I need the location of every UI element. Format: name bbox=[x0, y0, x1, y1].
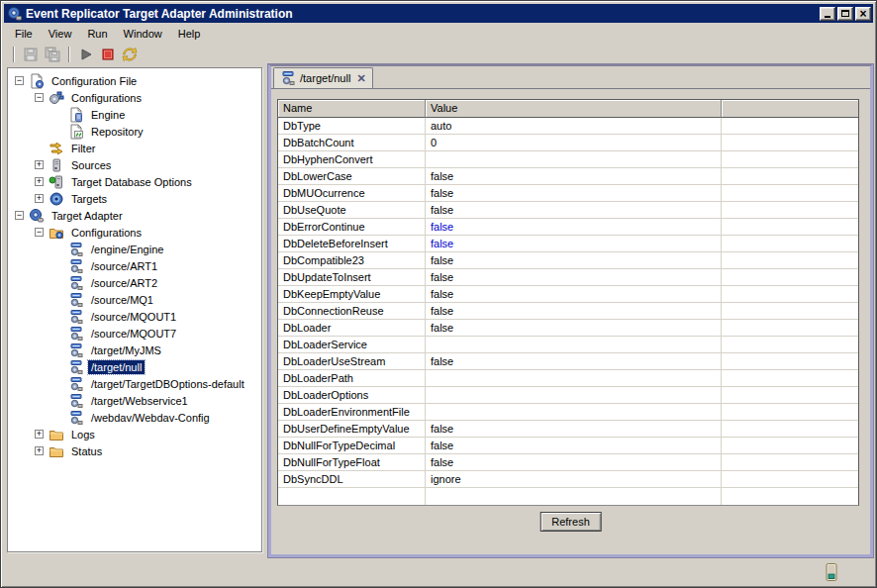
property-row-dblowercase[interactable]: DbLowerCasefalse bbox=[278, 168, 858, 185]
property-extra bbox=[722, 219, 858, 235]
property-value[interactable]: false bbox=[426, 269, 722, 285]
property-row-dbupdatetoinsert[interactable]: DbUpdateToInsertfalse bbox=[278, 269, 858, 286]
property-row-dbloaderpath[interactable]: DbLoaderPath bbox=[278, 370, 858, 387]
navigation-tree: −Configuration File−ConfigurationsEngine… bbox=[7, 67, 262, 552]
expand-icon[interactable]: + bbox=[35, 430, 44, 439]
property-row-dbloaderenvironmentfile[interactable]: DbLoaderEnvironmentFile bbox=[278, 404, 858, 421]
property-row-dberrorcontinue[interactable]: DbErrorContinuefalse bbox=[278, 219, 858, 236]
expand-icon[interactable]: + bbox=[35, 177, 44, 186]
expand-icon[interactable]: + bbox=[35, 194, 44, 203]
property-value[interactable]: false bbox=[426, 202, 722, 218]
tree-item-logs[interactable]: +Logs bbox=[8, 426, 261, 442]
tree-item-target-null[interactable]: /target/null bbox=[8, 358, 261, 375]
maximize-button[interactable] bbox=[837, 7, 853, 21]
menu-window[interactable]: Window bbox=[116, 26, 170, 42]
tree-item-filter[interactable]: Filter bbox=[8, 140, 261, 156]
property-row-dbusequote[interactable]: DbUseQuotefalse bbox=[278, 202, 858, 219]
tree-item-target-adapter[interactable]: −Target Adapter bbox=[8, 207, 261, 224]
property-value[interactable]: false bbox=[426, 286, 722, 302]
tree-item-status[interactable]: +Status bbox=[8, 442, 261, 459]
heap-status-icon[interactable] bbox=[826, 563, 837, 581]
property-row-dbloader[interactable]: DbLoaderfalse bbox=[278, 320, 858, 337]
tree-item-target-webservice1[interactable]: /target/Webservice1 bbox=[8, 392, 261, 409]
property-value[interactable]: false bbox=[426, 454, 722, 470]
property-row-dbloaderusestream[interactable]: DbLoaderUseStreamfalse bbox=[278, 353, 858, 370]
property-value[interactable]: false bbox=[426, 353, 722, 369]
property-value[interactable]: ignore bbox=[426, 471, 722, 487]
tree-item-sources[interactable]: +Sources bbox=[8, 156, 261, 173]
property-row-dbnullfortypedecimal[interactable]: DbNullForTypeDecimalfalse bbox=[278, 438, 858, 454]
property-value[interactable]: false bbox=[426, 185, 722, 201]
menu-run[interactable]: Run bbox=[79, 26, 115, 42]
property-row-dbcompatible23[interactable]: DbCompatible23false bbox=[278, 252, 858, 269]
property-value[interactable]: false bbox=[426, 252, 722, 268]
expand-icon[interactable]: + bbox=[35, 446, 44, 455]
tab-close-icon[interactable] bbox=[356, 72, 365, 85]
property-row-dbsyncddl[interactable]: DbSyncDDLignore bbox=[278, 471, 858, 488]
tree-item-targets[interactable]: +Targets bbox=[8, 190, 261, 207]
tree-item-repository[interactable]: Repository bbox=[8, 123, 261, 140]
tree-item-webdav-webdav-config[interactable]: /webdav/Webdav-Config bbox=[8, 409, 261, 426]
tab-target-null[interactable]: /target/null bbox=[273, 67, 373, 88]
property-value[interactable] bbox=[426, 387, 722, 403]
run-button[interactable] bbox=[75, 45, 97, 64]
tree-item-configuration-file[interactable]: −Configuration File bbox=[8, 72, 261, 89]
tree-item-configurations[interactable]: −Configurations bbox=[8, 224, 261, 241]
tree-item-source-mq1[interactable]: /source/MQ1 bbox=[8, 291, 261, 308]
close-button[interactable] bbox=[855, 7, 871, 21]
tree-item-source-mqout1[interactable]: /source/MQOUT1 bbox=[8, 308, 261, 325]
collapse-icon[interactable]: − bbox=[15, 211, 24, 220]
stop-button[interactable] bbox=[97, 45, 119, 64]
tree-item-source-art2[interactable]: /source/ART2 bbox=[8, 274, 261, 291]
collapse-icon[interactable]: − bbox=[35, 93, 44, 102]
property-value[interactable]: false bbox=[426, 303, 722, 319]
collapse-icon[interactable]: − bbox=[15, 76, 24, 85]
column-header-empty[interactable] bbox=[722, 100, 858, 118]
column-header-name[interactable]: Name bbox=[278, 100, 426, 118]
tree-item-target-myjms[interactable]: /target/MyJMS bbox=[8, 342, 261, 358]
property-row-dbuserdefineemptyvalue[interactable]: DbUserDefineEmptyValuefalse bbox=[278, 421, 858, 438]
sync-button[interactable] bbox=[119, 45, 141, 64]
tree-item-engine[interactable]: Engine bbox=[8, 106, 261, 123]
property-row-blank[interactable] bbox=[278, 488, 858, 505]
tree-item-configurations[interactable]: −Configurations bbox=[8, 89, 261, 106]
property-value[interactable]: false bbox=[426, 236, 722, 251]
property-row-dbmuocurrence[interactable]: DbMUOcurrencefalse bbox=[278, 185, 858, 202]
property-value[interactable] bbox=[426, 337, 722, 352]
property-value[interactable]: false bbox=[426, 219, 722, 235]
menu-file[interactable]: File bbox=[7, 26, 41, 42]
property-row-dbloaderoptions[interactable]: DbLoaderOptions bbox=[278, 387, 858, 404]
tree-item-source-mqout7[interactable]: /source/MQOUT7 bbox=[8, 325, 261, 342]
menu-view[interactable]: View bbox=[41, 26, 80, 42]
property-row-dbbatchcount[interactable]: DbBatchCount0 bbox=[278, 135, 858, 151]
property-value[interactable] bbox=[426, 151, 722, 167]
property-value[interactable]: auto bbox=[426, 118, 722, 134]
property-row-dbkeepemptyvalue[interactable]: DbKeepEmptyValuefalse bbox=[278, 286, 858, 303]
tree-item-target-database-options[interactable]: +Target Database Options bbox=[8, 173, 261, 190]
property-value[interactable]: false bbox=[426, 438, 722, 453]
property-value[interactable]: false bbox=[426, 421, 722, 437]
tree-item-source-art1[interactable]: /source/ART1 bbox=[8, 257, 261, 274]
property-row-dbnullfortypefloat[interactable]: DbNullForTypeFloatfalse bbox=[278, 454, 858, 471]
property-value[interactable] bbox=[426, 404, 722, 420]
property-name: DbErrorContinue bbox=[278, 219, 426, 235]
column-header-value[interactable]: Value bbox=[426, 100, 722, 118]
expand-icon[interactable]: + bbox=[35, 160, 44, 169]
tree-item-target-targetdboptions-default[interactable]: /target/TargetDBOptions-default bbox=[8, 375, 261, 392]
property-value[interactable] bbox=[426, 370, 722, 386]
tree-item-engine-engine[interactable]: /engine/Engine bbox=[8, 241, 261, 257]
minimize-button[interactable] bbox=[820, 7, 835, 21]
property-value[interactable] bbox=[426, 488, 722, 505]
property-value[interactable]: false bbox=[426, 320, 722, 336]
collapse-icon[interactable]: − bbox=[35, 228, 44, 237]
property-value[interactable]: false bbox=[426, 168, 722, 184]
property-row-dbdeletebeforeinsert[interactable]: DbDeleteBeforeInsertfalse bbox=[278, 236, 858, 252]
property-row-dbtype[interactable]: DbTypeauto bbox=[278, 118, 858, 135]
menu-help[interactable]: Help bbox=[170, 26, 209, 42]
property-row-dbhyphenconvert[interactable]: DbHyphenConvert bbox=[278, 151, 858, 168]
property-value[interactable]: 0 bbox=[426, 135, 722, 150]
property-name: DbLowerCase bbox=[278, 168, 426, 184]
property-row-dbconnectionreuse[interactable]: DbConnectionReusefalse bbox=[278, 303, 858, 320]
refresh-button[interactable]: Refresh bbox=[539, 512, 602, 532]
property-row-dbloaderservice[interactable]: DbLoaderService bbox=[278, 337, 858, 353]
